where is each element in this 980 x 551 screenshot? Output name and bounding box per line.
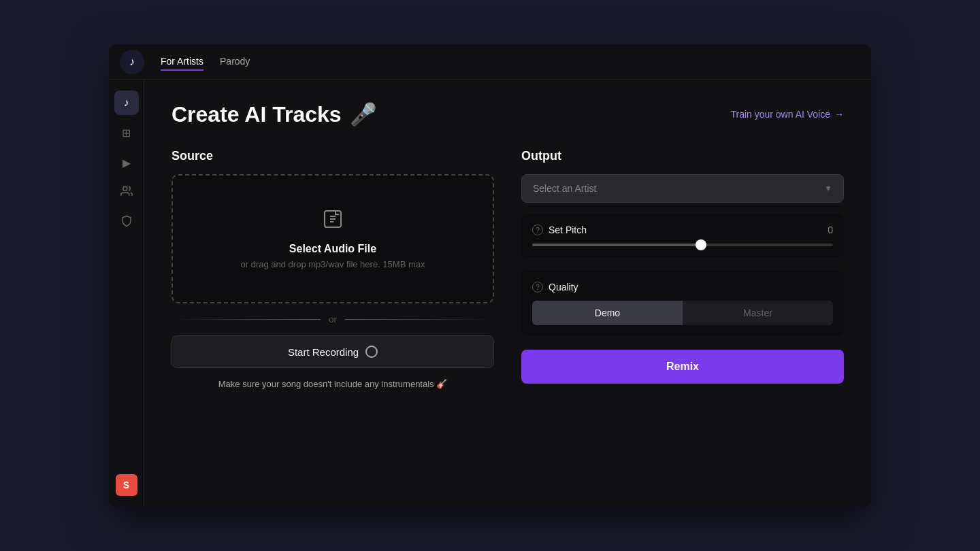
dashboard-icon: ⊞ bbox=[122, 127, 131, 139]
file-upload-icon bbox=[186, 208, 479, 235]
slider-track-filled bbox=[532, 244, 701, 246]
pitch-slider[interactable] bbox=[532, 244, 833, 246]
record-circle-icon bbox=[365, 346, 378, 358]
sidebar-item-video[interactable]: ▶ bbox=[114, 150, 139, 175]
users-icon bbox=[120, 185, 133, 200]
nav-tab-for-artists[interactable]: For Artists bbox=[161, 53, 203, 71]
source-section: Source Select Audio File or drag and dro… bbox=[172, 149, 494, 389]
audio-drop-zone[interactable]: Select Audio File or drag and drop mp3/w… bbox=[172, 174, 494, 303]
pitch-label: ? Set Pitch bbox=[532, 224, 587, 235]
svg-point-0 bbox=[122, 186, 127, 190]
artist-select-placeholder: Select an Artist bbox=[533, 183, 596, 194]
record-button-label: Start Recording bbox=[288, 346, 359, 358]
pitch-control: ? Set Pitch 0 bbox=[521, 214, 844, 257]
remix-button[interactable]: Remix bbox=[521, 350, 844, 384]
quality-label: Quality bbox=[549, 282, 578, 293]
music-note-icon: ♪ bbox=[124, 97, 129, 109]
quality-info-icon[interactable]: ? bbox=[532, 282, 543, 293]
user-avatar[interactable]: S bbox=[116, 474, 137, 496]
page-header: Create AI Tracks 🎤 Train your own AI Voi… bbox=[172, 101, 844, 127]
quality-demo-button[interactable]: Demo bbox=[532, 301, 683, 325]
train-ai-voice-link[interactable]: Train your own AI Voice → bbox=[730, 109, 844, 120]
drop-zone-title: Select Audio File bbox=[186, 243, 479, 255]
warning-message: Make sure your song doesn't include any … bbox=[172, 379, 494, 389]
main-content: Create AI Tracks 🎤 Train your own AI Voi… bbox=[144, 80, 871, 507]
arrow-right-icon: → bbox=[834, 109, 844, 120]
sidebar-item-users[interactable] bbox=[114, 180, 139, 205]
slider-thumb[interactable] bbox=[696, 239, 706, 250]
train-link-text: Train your own AI Voice bbox=[730, 109, 830, 120]
sidebar: ♪ ⊞ ▶ bbox=[109, 80, 144, 507]
video-icon: ▶ bbox=[122, 156, 131, 169]
output-title: Output bbox=[521, 149, 844, 163]
quality-toggle: Demo Master bbox=[532, 301, 833, 325]
page-title-text: Create AI Tracks bbox=[172, 102, 342, 127]
page-title: Create AI Tracks 🎤 bbox=[172, 101, 377, 127]
logo-icon: ♪ bbox=[129, 56, 135, 68]
drop-zone-subtitle: or drag and drop mp3/wav file here. 15MB… bbox=[186, 259, 479, 269]
pitch-info-icon[interactable]: ? bbox=[532, 224, 543, 235]
content-columns: Source Select Audio File or drag and dro… bbox=[172, 149, 844, 389]
pitch-value: 0 bbox=[828, 224, 833, 235]
sidebar-item-shield[interactable] bbox=[114, 210, 139, 235]
start-recording-button[interactable]: Start Recording bbox=[172, 335, 494, 368]
sidebar-item-dashboard[interactable]: ⊞ bbox=[114, 120, 139, 145]
artist-select-dropdown[interactable]: Select an Artist ▼ bbox=[521, 174, 844, 203]
nav-tab-parody[interactable]: Parody bbox=[220, 53, 250, 71]
sidebar-item-music[interactable]: ♪ bbox=[114, 90, 139, 115]
quality-header: ? Quality bbox=[532, 282, 833, 293]
source-title: Source bbox=[172, 149, 494, 163]
or-label: or bbox=[329, 314, 337, 324]
microphone-icon: 🎤 bbox=[350, 101, 377, 127]
or-divider: or bbox=[172, 314, 494, 324]
shield-icon bbox=[120, 215, 133, 230]
quality-control: ? Quality Demo Master bbox=[521, 271, 844, 336]
output-section: Output Select an Artist ▼ ? Set Pitch 0 bbox=[521, 149, 844, 389]
chevron-down-icon: ▼ bbox=[824, 184, 832, 193]
pitch-label-text: Set Pitch bbox=[549, 224, 587, 235]
quality-master-button[interactable]: Master bbox=[683, 301, 833, 325]
app-logo: ♪ bbox=[120, 50, 144, 74]
